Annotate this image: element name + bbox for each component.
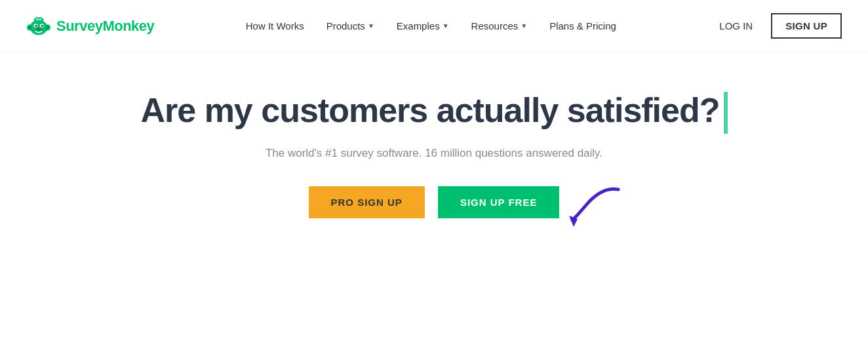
logo-icon	[26, 14, 51, 39]
chevron-down-icon: ▼	[443, 22, 449, 30]
svg-point-8	[41, 25, 43, 27]
nav-right-actions: LOG IN SIGN UP	[707, 13, 842, 39]
logo[interactable]: SurveyMonkey	[26, 14, 154, 39]
svg-point-3	[28, 26, 32, 30]
signup-free-button[interactable]: SIGN UP FREE	[438, 186, 560, 218]
chevron-down-icon: ▼	[368, 22, 374, 30]
hero-subtitle: The world's #1 survey software. 16 milli…	[266, 147, 602, 160]
arrow-icon	[566, 180, 631, 232]
chevron-down-icon: ▼	[521, 22, 527, 30]
svg-point-9	[35, 27, 42, 31]
headline-accent-bar	[724, 92, 728, 134]
svg-point-4	[45, 26, 49, 30]
headline-wrap: Are my customers actually satisfied?	[140, 92, 727, 134]
hero-section: Are my customers actually satisfied? The…	[0, 52, 868, 251]
svg-point-10	[37, 28, 38, 30]
svg-point-7	[35, 25, 37, 27]
svg-point-12	[33, 18, 36, 21]
signup-header-button[interactable]: SIGN UP	[771, 13, 842, 39]
nav-plans-pricing[interactable]: Plans & Pricing	[540, 15, 625, 37]
pro-signup-button[interactable]: PRO SIGN UP	[309, 186, 425, 218]
nav-products[interactable]: Products ▼	[317, 15, 384, 37]
login-button[interactable]: LOG IN	[707, 15, 764, 37]
hero-cta-buttons: PRO SIGN UP SIGN UP FREE	[309, 186, 560, 218]
brand-name: SurveyMonkey	[56, 18, 154, 35]
hero-headline: Are my customers actually satisfied?	[140, 92, 719, 129]
svg-point-13	[41, 18, 44, 21]
main-nav: How It Works Products ▼ Examples ▼ Resou…	[237, 15, 625, 37]
arrow-container	[566, 180, 631, 235]
nav-examples[interactable]: Examples ▼	[387, 15, 458, 37]
nav-resources[interactable]: Resources ▼	[462, 15, 537, 37]
nav-how-it-works[interactable]: How It Works	[237, 15, 313, 37]
svg-point-11	[39, 28, 41, 30]
